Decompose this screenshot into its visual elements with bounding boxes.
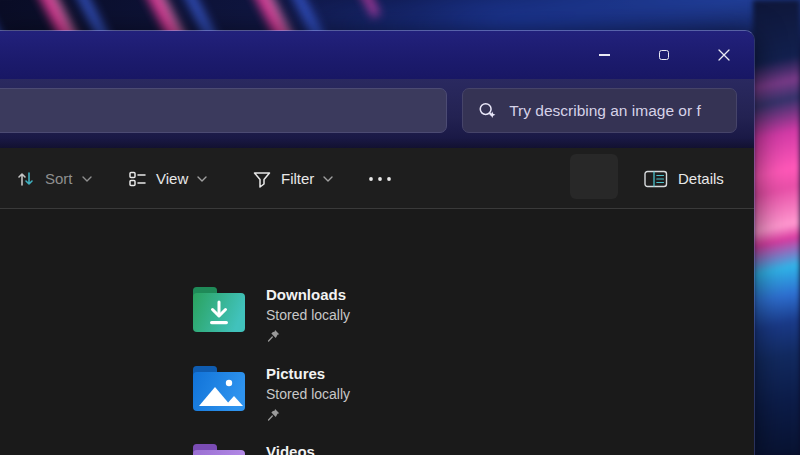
file-explorer-window: Sort View Filter [0,30,755,455]
item-name: Downloads [266,285,350,305]
screen: Sort View Filter [0,0,800,455]
ellipsis-more-icon [368,177,392,181]
file-item-videos[interactable]: Videos [190,440,315,455]
view-button[interactable]: View [119,161,215,197]
close-icon [718,49,730,61]
details-button[interactable]: Details [636,161,732,197]
more-options-button[interactable] [360,161,400,197]
filter-label: Filter [281,161,314,197]
chevron-down-icon [82,176,92,182]
videos-folder-icon [190,440,248,455]
item-name: Videos [266,442,315,455]
item-subtitle: Stored locally [266,384,350,405]
command-toolbar: Sort View Filter [0,148,754,209]
downloads-folder-icon [190,283,248,335]
titlebar [0,31,754,79]
file-item-downloads[interactable]: Downloads Stored locally [190,283,350,343]
ai-search-sparkle-icon [476,99,499,123]
maximize-button[interactable] [634,31,694,79]
details-label: Details [678,161,724,197]
toolbar-blank-button[interactable] [570,154,618,199]
filter-funnel-icon [252,169,272,189]
address-row [0,79,754,148]
pin-icon [266,329,281,343]
chevron-down-icon [323,176,333,182]
sort-button[interactable]: Sort [8,161,100,197]
view-label: View [156,161,188,197]
sort-arrows-icon [16,169,36,189]
item-name: Pictures [266,364,350,384]
wallpaper-streaks-right [753,0,800,455]
minimize-icon [599,54,610,55]
minimize-button[interactable] [574,31,634,79]
pictures-folder-icon [190,362,248,414]
filter-button[interactable]: Filter [244,161,341,197]
file-list: Downloads Stored locally [0,209,754,455]
maximize-icon [659,50,669,60]
sort-label: Sort [45,161,73,197]
address-bar[interactable] [0,88,447,133]
search-box[interactable] [462,88,737,133]
file-item-pictures[interactable]: Pictures Stored locally [190,362,350,422]
details-pane-icon [644,170,668,188]
pin-icon [266,408,281,422]
search-input[interactable] [509,102,736,120]
item-subtitle: Stored locally [266,305,350,326]
close-button[interactable] [694,31,754,79]
chevron-down-icon [197,176,207,182]
view-list-icon [127,169,147,189]
